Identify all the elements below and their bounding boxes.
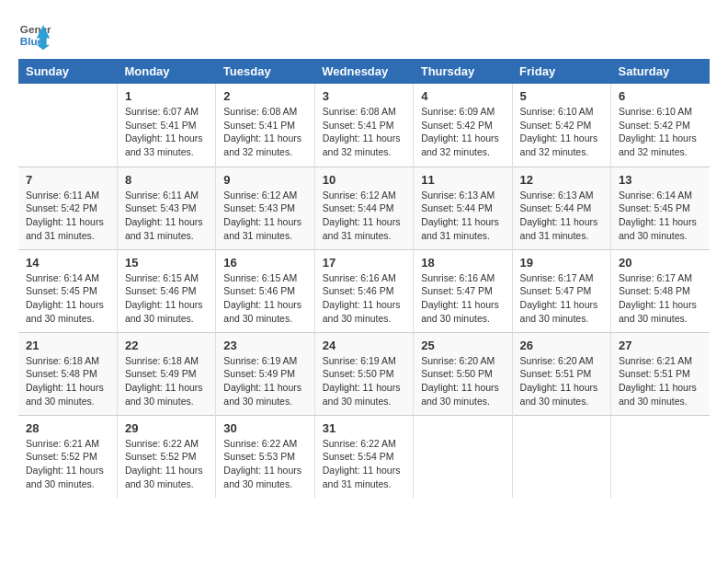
calendar-week-3: 14Sunrise: 6:14 AM Sunset: 5:45 PM Dayli… bbox=[18, 249, 710, 332]
day-number: 30 bbox=[223, 421, 306, 435]
calendar-cell: 21Sunrise: 6:18 AM Sunset: 5:48 PM Dayli… bbox=[18, 332, 117, 415]
day-number: 4 bbox=[421, 89, 504, 103]
calendar-cell: 29Sunrise: 6:22 AM Sunset: 5:52 PM Dayli… bbox=[117, 415, 215, 498]
day-number: 21 bbox=[26, 339, 109, 352]
day-info: Sunrise: 6:08 AM Sunset: 5:41 PM Dayligh… bbox=[223, 105, 306, 159]
day-number: 22 bbox=[125, 339, 208, 352]
weekday-header-sunday: Sunday bbox=[18, 59, 117, 84]
day-info: Sunrise: 6:22 AM Sunset: 5:52 PM Dayligh… bbox=[125, 437, 208, 491]
weekday-header-thursday: Thursday bbox=[414, 59, 512, 84]
day-number: 23 bbox=[223, 339, 306, 352]
day-info: Sunrise: 6:21 AM Sunset: 5:52 PM Dayligh… bbox=[26, 437, 109, 491]
calendar-cell: 4Sunrise: 6:09 AM Sunset: 5:42 PM Daylig… bbox=[414, 84, 512, 167]
day-info: Sunrise: 6:18 AM Sunset: 5:49 PM Dayligh… bbox=[125, 354, 208, 408]
day-info: Sunrise: 6:20 AM Sunset: 5:50 PM Dayligh… bbox=[421, 354, 504, 408]
day-number: 28 bbox=[26, 421, 109, 435]
calendar-cell: 18Sunrise: 6:16 AM Sunset: 5:47 PM Dayli… bbox=[414, 249, 512, 332]
calendar-cell: 11Sunrise: 6:13 AM Sunset: 5:44 PM Dayli… bbox=[414, 167, 512, 249]
day-info: Sunrise: 6:17 AM Sunset: 5:48 PM Dayligh… bbox=[619, 271, 702, 326]
day-info: Sunrise: 6:18 AM Sunset: 5:48 PM Dayligh… bbox=[26, 354, 109, 408]
day-number: 24 bbox=[323, 339, 405, 352]
day-info: Sunrise: 6:12 AM Sunset: 5:43 PM Dayligh… bbox=[223, 189, 306, 243]
day-number: 26 bbox=[520, 339, 603, 352]
day-info: Sunrise: 6:15 AM Sunset: 5:46 PM Dayligh… bbox=[125, 271, 208, 326]
day-info: Sunrise: 6:20 AM Sunset: 5:51 PM Dayligh… bbox=[520, 354, 603, 408]
day-info: Sunrise: 6:09 AM Sunset: 5:42 PM Dayligh… bbox=[421, 105, 504, 159]
day-info: Sunrise: 6:16 AM Sunset: 5:47 PM Dayligh… bbox=[421, 271, 504, 326]
day-number: 19 bbox=[520, 256, 603, 270]
day-info: Sunrise: 6:11 AM Sunset: 5:43 PM Dayligh… bbox=[125, 189, 208, 243]
calendar-cell: 6Sunrise: 6:10 AM Sunset: 5:42 PM Daylig… bbox=[611, 84, 710, 167]
calendar-cell: 19Sunrise: 6:17 AM Sunset: 5:47 PM Dayli… bbox=[512, 249, 610, 332]
day-info: Sunrise: 6:17 AM Sunset: 5:47 PM Dayligh… bbox=[520, 271, 603, 326]
day-number: 15 bbox=[125, 256, 208, 270]
day-number: 12 bbox=[520, 173, 603, 187]
day-info: Sunrise: 6:10 AM Sunset: 5:42 PM Dayligh… bbox=[520, 105, 603, 159]
day-number: 7 bbox=[26, 173, 109, 187]
day-info: Sunrise: 6:12 AM Sunset: 5:44 PM Dayligh… bbox=[323, 189, 405, 243]
weekday-header-friday: Friday bbox=[512, 59, 610, 84]
calendar-cell: 12Sunrise: 6:13 AM Sunset: 5:44 PM Dayli… bbox=[512, 167, 610, 249]
day-number: 2 bbox=[223, 89, 306, 103]
weekday-header-wednesday: Wednesday bbox=[314, 59, 413, 84]
calendar-cell: 10Sunrise: 6:12 AM Sunset: 5:44 PM Dayli… bbox=[314, 167, 413, 249]
calendar-cell: 22Sunrise: 6:18 AM Sunset: 5:49 PM Dayli… bbox=[117, 332, 215, 415]
day-info: Sunrise: 6:14 AM Sunset: 5:45 PM Dayligh… bbox=[619, 189, 702, 243]
calendar-week-2: 7Sunrise: 6:11 AM Sunset: 5:42 PM Daylig… bbox=[18, 167, 710, 249]
calendar-table: SundayMondayTuesdayWednesdayThursdayFrid… bbox=[18, 59, 710, 498]
calendar-cell: 31Sunrise: 6:22 AM Sunset: 5:54 PM Dayli… bbox=[314, 415, 413, 498]
calendar-week-5: 28Sunrise: 6:21 AM Sunset: 5:52 PM Dayli… bbox=[18, 415, 710, 498]
calendar-cell bbox=[18, 84, 117, 167]
day-number: 11 bbox=[421, 173, 504, 187]
calendar-cell: 14Sunrise: 6:14 AM Sunset: 5:45 PM Dayli… bbox=[18, 249, 117, 332]
day-info: Sunrise: 6:10 AM Sunset: 5:42 PM Dayligh… bbox=[619, 105, 702, 159]
calendar-cell: 20Sunrise: 6:17 AM Sunset: 5:48 PM Dayli… bbox=[611, 249, 710, 332]
day-number: 17 bbox=[323, 256, 405, 270]
calendar-cell: 9Sunrise: 6:12 AM Sunset: 5:43 PM Daylig… bbox=[216, 167, 314, 249]
day-info: Sunrise: 6:19 AM Sunset: 5:50 PM Dayligh… bbox=[323, 354, 405, 408]
day-number: 29 bbox=[125, 421, 208, 435]
day-number: 3 bbox=[323, 89, 405, 103]
day-number: 1 bbox=[125, 89, 208, 103]
page-header: General Blue bbox=[18, 18, 710, 52]
day-info: Sunrise: 6:22 AM Sunset: 5:54 PM Dayligh… bbox=[323, 437, 405, 491]
day-number: 14 bbox=[26, 256, 109, 270]
weekday-header-row: SundayMondayTuesdayWednesdayThursdayFrid… bbox=[18, 59, 710, 84]
day-number: 31 bbox=[323, 421, 405, 435]
day-info: Sunrise: 6:13 AM Sunset: 5:44 PM Dayligh… bbox=[520, 189, 603, 243]
calendar-cell: 25Sunrise: 6:20 AM Sunset: 5:50 PM Dayli… bbox=[414, 332, 512, 415]
day-info: Sunrise: 6:07 AM Sunset: 5:41 PM Dayligh… bbox=[125, 105, 208, 159]
calendar-cell bbox=[414, 415, 512, 498]
calendar-cell: 24Sunrise: 6:19 AM Sunset: 5:50 PM Dayli… bbox=[314, 332, 413, 415]
day-number: 9 bbox=[223, 173, 306, 187]
day-info: Sunrise: 6:15 AM Sunset: 5:46 PM Dayligh… bbox=[223, 271, 306, 326]
calendar-week-1: 1Sunrise: 6:07 AM Sunset: 5:41 PM Daylig… bbox=[18, 84, 710, 167]
calendar-cell: 3Sunrise: 6:08 AM Sunset: 5:41 PM Daylig… bbox=[314, 84, 413, 167]
day-info: Sunrise: 6:13 AM Sunset: 5:44 PM Dayligh… bbox=[421, 189, 504, 243]
day-info: Sunrise: 6:08 AM Sunset: 5:41 PM Dayligh… bbox=[323, 105, 405, 159]
calendar-cell: 15Sunrise: 6:15 AM Sunset: 5:46 PM Dayli… bbox=[117, 249, 215, 332]
day-number: 13 bbox=[619, 173, 702, 187]
day-number: 6 bbox=[619, 89, 702, 103]
calendar-cell: 1Sunrise: 6:07 AM Sunset: 5:41 PM Daylig… bbox=[117, 84, 215, 167]
day-number: 25 bbox=[421, 339, 504, 352]
day-info: Sunrise: 6:19 AM Sunset: 5:49 PM Dayligh… bbox=[223, 354, 306, 408]
day-info: Sunrise: 6:22 AM Sunset: 5:53 PM Dayligh… bbox=[223, 437, 306, 491]
calendar-cell: 13Sunrise: 6:14 AM Sunset: 5:45 PM Dayli… bbox=[611, 167, 710, 249]
day-info: Sunrise: 6:14 AM Sunset: 5:45 PM Dayligh… bbox=[26, 271, 109, 326]
weekday-header-saturday: Saturday bbox=[611, 59, 710, 84]
day-number: 27 bbox=[619, 339, 702, 352]
day-info: Sunrise: 6:11 AM Sunset: 5:42 PM Dayligh… bbox=[26, 189, 109, 243]
calendar-cell: 7Sunrise: 6:11 AM Sunset: 5:42 PM Daylig… bbox=[18, 167, 117, 249]
day-info: Sunrise: 6:21 AM Sunset: 5:51 PM Dayligh… bbox=[619, 354, 702, 408]
calendar-cell: 30Sunrise: 6:22 AM Sunset: 5:53 PM Dayli… bbox=[216, 415, 314, 498]
calendar-cell: 23Sunrise: 6:19 AM Sunset: 5:49 PM Dayli… bbox=[216, 332, 314, 415]
calendar-week-4: 21Sunrise: 6:18 AM Sunset: 5:48 PM Dayli… bbox=[18, 332, 710, 415]
day-number: 8 bbox=[125, 173, 208, 187]
calendar-cell: 26Sunrise: 6:20 AM Sunset: 5:51 PM Dayli… bbox=[512, 332, 610, 415]
day-number: 18 bbox=[421, 256, 504, 270]
calendar-cell: 5Sunrise: 6:10 AM Sunset: 5:42 PM Daylig… bbox=[512, 84, 610, 167]
weekday-header-tuesday: Tuesday bbox=[216, 59, 314, 84]
day-info: Sunrise: 6:16 AM Sunset: 5:46 PM Dayligh… bbox=[323, 271, 405, 326]
day-number: 16 bbox=[223, 256, 306, 270]
